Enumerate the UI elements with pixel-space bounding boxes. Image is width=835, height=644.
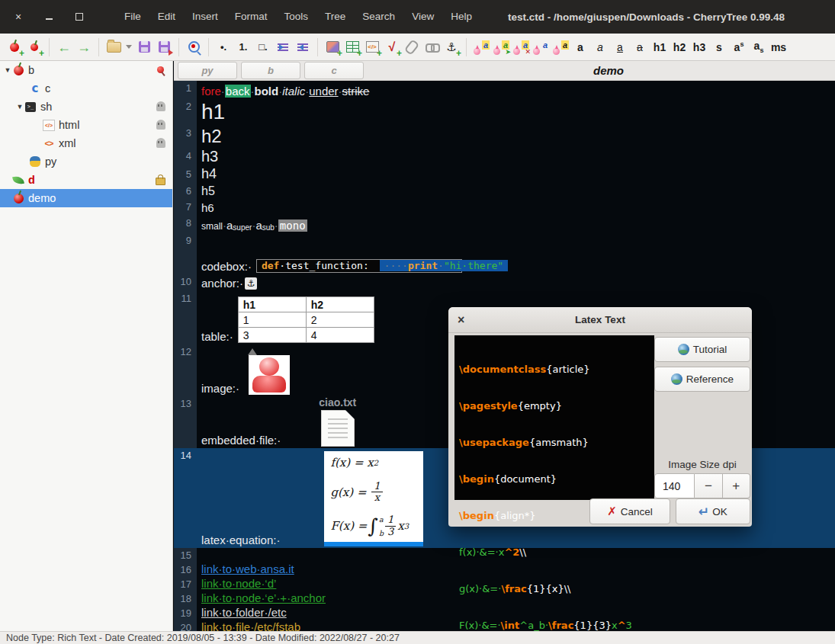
small-text-icon[interactable]: s bbox=[710, 37, 728, 57]
reference-button[interactable]: Reference bbox=[654, 367, 750, 392]
heading-h4: h4 bbox=[197, 166, 217, 184]
fore-colored-text: fore bbox=[201, 85, 221, 98]
insert-link-icon[interactable] bbox=[422, 37, 441, 57]
menu-help[interactable]: Help bbox=[442, 0, 480, 34]
menu-insert[interactable]: Insert bbox=[184, 0, 226, 34]
latex-source-editor[interactable]: \documentclass{article} \pagestyle{empty… bbox=[454, 335, 654, 500]
h1-icon[interactable]: h1 bbox=[650, 37, 669, 57]
ok-button[interactable]: ↵OK bbox=[676, 498, 750, 524]
go-back-icon[interactable]: ← bbox=[55, 37, 73, 57]
readonly-ghost-icon bbox=[155, 137, 166, 149]
web-link[interactable]: link·to·web·ansa.it bbox=[197, 562, 294, 577]
indent-icon[interactable] bbox=[274, 37, 292, 57]
insert-anchor-icon[interactable]: ⚓+ bbox=[442, 37, 461, 57]
table-label: table:· bbox=[201, 330, 233, 343]
cancel-button[interactable]: ✗Cancel bbox=[589, 498, 670, 524]
tutorial-button[interactable]: Tutorial bbox=[654, 337, 750, 362]
embedded-file[interactable]: ciao.txt bbox=[319, 396, 356, 447]
superscript-icon[interactable]: as bbox=[730, 37, 748, 57]
fg-color-pick-icon[interactable]: a bbox=[532, 37, 550, 57]
tree-node-py[interactable]: py bbox=[0, 152, 172, 171]
tree-node-sh[interactable]: ▼ >_ sh bbox=[0, 98, 172, 116]
menu-file[interactable]: File bbox=[116, 0, 149, 34]
html-icon: </> bbox=[43, 119, 55, 131]
strikethrough-text: strike bbox=[342, 85, 370, 98]
save-icon[interactable] bbox=[135, 37, 153, 57]
menu-tools[interactable]: Tools bbox=[276, 0, 317, 34]
node-link-e-anchor[interactable]: link·to·node·‘e’·+·anchor bbox=[197, 591, 326, 606]
menu-format[interactable]: Format bbox=[226, 0, 276, 34]
anchor-icon[interactable]: ⚓ bbox=[245, 277, 257, 290]
embedded-image-avatar[interactable] bbox=[249, 355, 290, 395]
xml-icon: <> bbox=[43, 137, 55, 149]
tree-node-demo[interactable]: demo bbox=[0, 189, 172, 207]
h2-icon[interactable]: h2 bbox=[670, 37, 689, 57]
embedded-table[interactable]: h1h2 12 34 bbox=[238, 296, 374, 343]
toolbar: + + ← → •. 1. □. + + </>+ √+ ⚓+ a a➤ a✕ … bbox=[0, 34, 835, 61]
unindent-icon[interactable] bbox=[294, 37, 312, 57]
dpi-decrement-button[interactable]: − bbox=[695, 473, 722, 498]
italic-icon[interactable]: a bbox=[591, 37, 609, 57]
editor-line-10: 10 anchor:·⚓ bbox=[174, 274, 835, 291]
recent-node-button-py[interactable]: py bbox=[178, 62, 237, 79]
open-file-icon[interactable] bbox=[104, 37, 123, 57]
recent-node-button-b[interactable]: b bbox=[241, 62, 300, 79]
latex-equation-image[interactable]: f(x) = x2 g(x) = 1x F(x) =∫ab13x3 bbox=[324, 451, 423, 546]
file-link[interactable]: link·to·file·/etc/fstab bbox=[197, 620, 300, 631]
node-link-d[interactable]: link·to·node·‘d’ bbox=[197, 577, 276, 591]
bg-color-pick-icon[interactable]: a bbox=[551, 37, 570, 57]
insert-codebox-icon[interactable]: </>+ bbox=[363, 37, 381, 57]
fg-color-icon[interactable]: a bbox=[472, 37, 490, 57]
new-node-icon[interactable]: + bbox=[5, 37, 24, 57]
dialog-close-icon[interactable]: × bbox=[458, 314, 464, 326]
go-forward-icon[interactable]: → bbox=[75, 37, 93, 57]
editor-line-8: 8 small·asuper·asub·mono bbox=[174, 216, 835, 233]
window-close-icon[interactable]: × bbox=[11, 11, 26, 23]
heading-h1: h1 bbox=[197, 100, 225, 126]
new-subnode-icon[interactable]: + bbox=[25, 37, 43, 57]
latex-label: latex·equation:· bbox=[201, 533, 280, 546]
status-bar: Node Type: Rich Text - Date Created: 201… bbox=[0, 631, 835, 644]
subscript-icon[interactable]: as bbox=[750, 37, 768, 57]
insert-table-icon[interactable]: + bbox=[343, 37, 361, 57]
insert-image-icon[interactable]: + bbox=[323, 37, 342, 57]
tree-node-c[interactable]: c c bbox=[0, 79, 172, 98]
file-icon bbox=[321, 410, 355, 447]
clear-format-icon[interactable]: a✕ bbox=[512, 37, 530, 57]
anchor-label: anchor:· bbox=[201, 277, 243, 290]
folder-link[interactable]: link·to·folder·/etc bbox=[197, 606, 287, 620]
menu-view[interactable]: View bbox=[403, 0, 442, 34]
tree-node-xml[interactable]: <> xml bbox=[0, 134, 172, 152]
save-and-exit-icon[interactable] bbox=[155, 37, 173, 57]
bold-icon[interactable]: a bbox=[571, 37, 589, 57]
window-maximize-icon[interactable] bbox=[72, 11, 87, 23]
tree-node-html[interactable]: </> html bbox=[0, 116, 172, 134]
h3-icon[interactable]: h3 bbox=[690, 37, 708, 57]
menu-edit[interactable]: Edit bbox=[149, 0, 184, 34]
menu-search[interactable]: Search bbox=[354, 0, 403, 34]
insert-formula-icon[interactable]: √+ bbox=[383, 37, 401, 57]
menu-tree[interactable]: Tree bbox=[316, 0, 354, 34]
strikethrough-icon[interactable]: a bbox=[631, 37, 649, 57]
todo-list-icon[interactable]: □. bbox=[254, 37, 272, 57]
expander-icon[interactable]: ▼ bbox=[3, 66, 12, 74]
monospace-icon[interactable]: ms bbox=[769, 37, 788, 57]
bullet-list-icon[interactable]: •. bbox=[214, 37, 233, 57]
tree-node-b[interactable]: ▼ b bbox=[0, 61, 172, 79]
open-recent-dropdown-icon[interactable] bbox=[124, 37, 133, 57]
dpi-value-input[interactable]: 140 bbox=[654, 473, 695, 498]
tree-node-d[interactable]: d bbox=[0, 171, 172, 189]
underline-icon[interactable]: a bbox=[611, 37, 629, 57]
window-minimize-icon[interactable] bbox=[41, 11, 56, 23]
recent-node-button-c[interactable]: c bbox=[304, 62, 364, 79]
dpi-increment-button[interactable]: + bbox=[723, 473, 750, 498]
bg-color-icon[interactable]: a➤ bbox=[492, 37, 510, 57]
numbered-list-icon[interactable]: 1. bbox=[234, 37, 252, 57]
editor-line-1: 1 fore·back·bold·italic·under·strike bbox=[174, 81, 835, 99]
window-title: test.ctd - /home/giuspen/Downloads - Che… bbox=[508, 11, 785, 23]
expander-icon[interactable]: ▼ bbox=[15, 103, 24, 111]
find-icon[interactable] bbox=[185, 37, 203, 57]
image-size-dpi-label: Image Size dpi bbox=[654, 459, 750, 470]
codebox[interactable]: def·test_function: ····print·"hi·there" bbox=[256, 259, 462, 273]
attach-file-icon[interactable] bbox=[403, 37, 421, 57]
